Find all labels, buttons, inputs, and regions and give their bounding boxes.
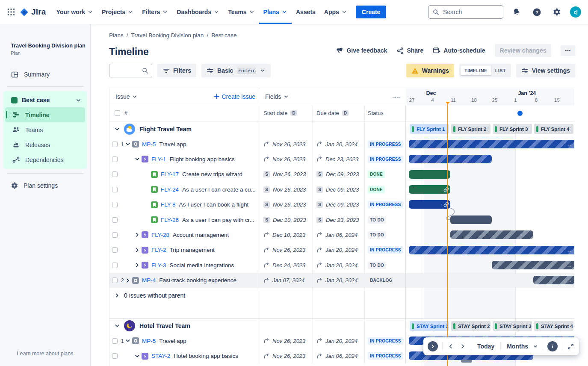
sidebar-item-summary[interactable]: Summary — [0, 67, 90, 82]
issue-summary[interactable]: Account management — [173, 232, 229, 238]
issue-row[interactable]: 2MP-4Fast-track booking experienceJan 07… — [109, 273, 406, 288]
sidebar-item-timeline[interactable]: Timeline — [5, 107, 85, 122]
scroll-right-button[interactable] — [459, 342, 467, 350]
due-date-column-header[interactable]: Due date D — [313, 105, 365, 121]
issue-key[interactable]: MP-5 — [142, 338, 156, 344]
auto-schedule-button[interactable]: Auto-schedule — [433, 47, 485, 54]
time-range-selector[interactable]: Months — [505, 343, 538, 350]
start-date-cell[interactable]: Dec 24, 2023 — [259, 258, 313, 273]
issue-key[interactable]: FLY-8 — [161, 201, 176, 208]
start-date-cell[interactable]: Nov 26, 2023 — [259, 333, 313, 348]
issue-key[interactable]: FLY-2 — [151, 247, 166, 253]
due-date-cell[interactable]: SDec 09, 2023 — [313, 167, 365, 182]
due-date-cell[interactable]: Jan 20, 2024 — [313, 258, 365, 273]
issue-row[interactable]: FLY-24As a user I can create a cu...SNov… — [109, 182, 406, 197]
view-settings-button[interactable]: View settings — [516, 64, 575, 77]
sidebar-item-teams[interactable]: Teams — [5, 122, 85, 137]
issue-summary[interactable]: Trip management — [170, 247, 215, 253]
gantt-bar-fly-24[interactable] — [409, 185, 450, 194]
status-cell[interactable]: BACKLOG — [365, 273, 406, 288]
chevron-down-icon[interactable] — [124, 337, 131, 344]
due-date-cell[interactable]: Jan 20, 2024 — [313, 333, 365, 348]
issue-row[interactable]: FLY-26As a user I can pay with cr...SDec… — [109, 212, 406, 227]
nav-item-apps[interactable]: Apps — [320, 0, 352, 24]
start-date-cell[interactable]: SDec 10, 2023 — [259, 212, 313, 227]
search-input[interactable] — [442, 8, 493, 16]
issue-row[interactable]: FLY-2Trip managementNov 26, 2023Jan 20, … — [109, 242, 406, 257]
issue-row[interactable]: 1MP-5Travel appNov 26, 2023Jan 20, 2024I… — [109, 136, 406, 151]
nav-item-filters[interactable]: Filters — [138, 0, 172, 24]
start-date-cell[interactable]: SNov 26, 2023 — [259, 167, 313, 182]
release-marker[interactable] — [517, 111, 523, 116]
sidebar-item-releases[interactable]: Releases — [5, 137, 85, 152]
chevron-right-icon[interactable] — [134, 262, 141, 269]
issue-summary[interactable]: Hotel booking app basics — [174, 353, 238, 359]
view-selector-button[interactable]: Basic EDITED — [201, 64, 271, 77]
app-switcher-icon[interactable] — [4, 5, 18, 19]
start-date-cell[interactable]: Nov 26, 2023 — [259, 152, 313, 167]
select-all-checkbox[interactable] — [115, 110, 120, 116]
gantt-bar-fly-1[interactable] — [409, 155, 492, 163]
help-icon[interactable]: ? — [530, 5, 544, 19]
due-date-cell[interactable]: Dec 23, 2023 — [313, 152, 365, 167]
chevron-down-icon[interactable] — [114, 126, 121, 133]
row-checkbox[interactable] — [112, 338, 118, 344]
nav-item-projects[interactable]: Projects — [98, 0, 138, 24]
issue-row[interactable]: FLY-3Social media integrationsDec 24, 20… — [109, 258, 406, 273]
issue-key[interactable]: MP-5 — [142, 141, 156, 148]
issue-summary[interactable]: As I user I can book a flight — [179, 201, 249, 208]
gantt-bar-mp-4[interactable]: → — [533, 276, 574, 284]
row-checkbox[interactable] — [112, 232, 118, 238]
issue-key[interactable]: FLY-28 — [151, 232, 169, 238]
give-feedback-button[interactable]: Give feedback — [336, 47, 387, 54]
sprint-chip-fly-sprint-3[interactable]: FLY Sprint 3 — [493, 124, 532, 134]
gantt-bar-fly-3[interactable]: → — [492, 261, 574, 269]
start-date-cell[interactable]: Nov 26, 2023 — [259, 136, 313, 151]
today-button[interactable]: Today — [476, 343, 496, 350]
issue-summary[interactable]: Fast-track booking experience — [159, 277, 236, 283]
issue-summary[interactable]: Travel app — [159, 141, 186, 148]
nav-item-dashboards[interactable]: Dashboards — [172, 0, 224, 24]
due-date-cell[interactable]: Jan 06, 2024 — [313, 348, 365, 363]
gantt-bar-mp-5[interactable]: → — [409, 140, 574, 148]
status-cell[interactable]: TO DO — [365, 227, 406, 242]
status-cell[interactable]: IN PROGRESS — [365, 152, 406, 167]
chevron-down-icon[interactable] — [124, 141, 131, 148]
scenario-selector[interactable]: Best case — [5, 93, 85, 107]
status-cell[interactable]: IN PROGRESS — [365, 136, 406, 151]
issue-row[interactable]: FLY-17Create new trips wizardSNov 26, 20… — [109, 167, 406, 182]
nav-item-teams[interactable]: Teams — [224, 0, 259, 24]
due-date-cell[interactable]: Jan 20, 2024 — [313, 136, 365, 151]
chevron-right-icon[interactable] — [124, 277, 131, 284]
due-date-cell[interactable]: SDec 09, 2023 — [313, 182, 365, 197]
learn-more-link[interactable]: Learn more about plans — [0, 351, 90, 357]
status-cell[interactable]: IN PROGRESS — [365, 197, 406, 212]
row-checkbox[interactable] — [112, 202, 118, 207]
sprint-chip-fly-sprint-4[interactable]: FLY Sprint 4 — [534, 124, 573, 134]
share-button[interactable]: Share — [396, 47, 423, 54]
row-checkbox[interactable] — [112, 263, 118, 268]
notifications-bell-icon[interactable] — [510, 5, 523, 19]
collapse-fields-icon[interactable]: →← — [391, 93, 401, 100]
gantt-bar-fly-28[interactable] — [450, 230, 533, 239]
gantt-bar-fly-17[interactable] — [409, 170, 450, 179]
sidebar-item-dependencies[interactable]: Dependencies — [5, 152, 85, 167]
orphan-row[interactable]: 0 issues without parent — [109, 288, 406, 303]
start-date-column-header[interactable]: Start date D — [259, 105, 313, 121]
nav-item-your-work[interactable]: Your work — [52, 0, 98, 24]
issue-row[interactable]: FLY-8As I user I can book a flightSNov 2… — [109, 197, 406, 212]
sprint-chip-stay-sprint-4[interactable]: STAY Sprint 4 — [534, 321, 573, 331]
due-date-cell[interactable]: SDec 09, 2023 — [313, 197, 365, 212]
team-row[interactable]: Flight Travel Team — [109, 121, 406, 136]
sprint-chip-stay-sprint-2[interactable]: STAY Sprint 2 — [451, 321, 490, 331]
plan-search-field[interactable] — [109, 64, 152, 77]
status-cell[interactable]: TO DO — [365, 258, 406, 273]
issue-key[interactable]: FLY-1 — [151, 156, 166, 162]
due-date-cell[interactable]: SDec 23, 2023 — [313, 212, 365, 227]
settings-gear-icon[interactable] — [550, 5, 564, 19]
due-date-cell[interactable]: Jan 20, 2024 — [313, 242, 365, 257]
status-cell[interactable]: TO DO — [365, 212, 406, 227]
status-cell[interactable]: DONE — [365, 167, 406, 182]
info-button[interactable] — [547, 341, 558, 351]
sprint-chip-stay-sprint-1[interactable]: STAY Sprint 1 — [410, 321, 449, 331]
